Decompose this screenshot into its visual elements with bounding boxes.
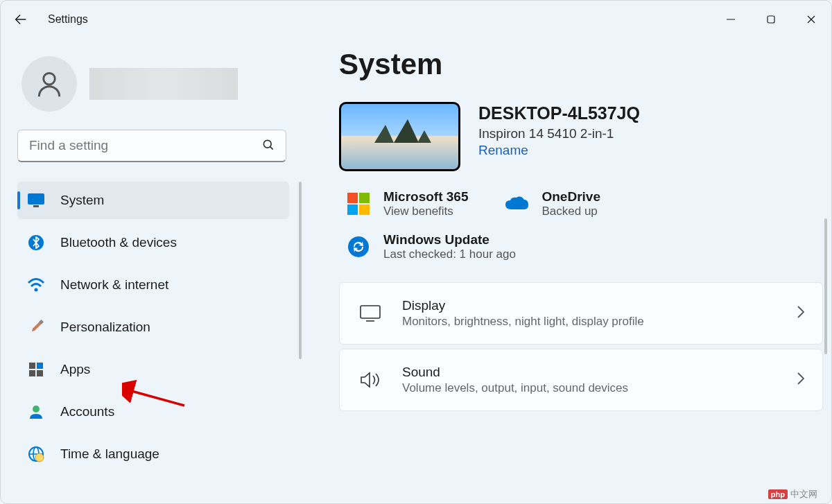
close-button[interactable] xyxy=(791,6,831,33)
setting-text: Sound Volume levels, output, input, soun… xyxy=(402,365,796,395)
card-subtitle: Last checked: 1 hour ago xyxy=(383,247,516,261)
accounts-icon xyxy=(27,403,45,421)
setting-item-sound[interactable]: Sound Volume levels, output, input, soun… xyxy=(339,349,823,411)
svg-point-21 xyxy=(35,453,44,462)
sidebar-item-label: Accounts xyxy=(60,404,114,419)
sidebar-scrollbar[interactable] xyxy=(299,182,302,359)
svg-point-6 xyxy=(263,140,271,148)
update-sync-icon xyxy=(346,234,371,259)
sidebar-item-network[interactable]: Network & internet xyxy=(17,266,289,304)
device-info-text: DESKTOP-4L537JQ Inspiron 14 5410 2-in-1 … xyxy=(478,102,640,158)
card-subtitle: Backed up xyxy=(541,205,600,218)
watermark-text: 中文网 xyxy=(790,488,817,501)
content-area: System Bluetooth & devices Network & int… xyxy=(1,38,831,503)
sidebar-item-system[interactable]: System xyxy=(17,182,289,219)
svg-rect-25 xyxy=(359,205,370,215)
sidebar-item-bluetooth[interactable]: Bluetooth & devices xyxy=(17,224,289,261)
sidebar-item-time-language[interactable]: Time & language xyxy=(17,435,289,473)
brush-icon xyxy=(27,318,45,336)
sidebar-item-label: Bluetooth & devices xyxy=(60,235,177,250)
device-name: DESKTOP-4L537JQ xyxy=(478,102,640,125)
windows-update-card[interactable]: Windows Update Last checked: 1 hour ago xyxy=(346,232,516,261)
user-name-placeholder xyxy=(89,68,238,100)
svg-rect-9 xyxy=(33,205,39,207)
watermark: php 中文网 xyxy=(768,488,817,501)
nav-list: System Bluetooth & devices Network & int… xyxy=(17,182,289,473)
svg-rect-2 xyxy=(768,16,774,23)
svg-rect-24 xyxy=(347,205,358,215)
sidebar-item-label: Network & internet xyxy=(60,277,168,293)
card-title: Microsoft 365 xyxy=(383,189,468,205)
microsoft-logo-icon xyxy=(346,191,371,216)
search-box xyxy=(17,130,286,162)
monitor-icon xyxy=(27,191,45,209)
microsoft-365-card[interactable]: Microsoft 365 View benefits xyxy=(346,189,468,218)
card-title: OneDrive xyxy=(541,189,600,205)
time-language-icon xyxy=(27,445,45,463)
svg-rect-22 xyxy=(347,193,358,203)
onedrive-cloud-icon xyxy=(504,191,529,216)
close-icon xyxy=(806,15,816,24)
card-subtitle: View benefits xyxy=(383,205,468,218)
sidebar-item-label: Personalization xyxy=(60,320,150,335)
setting-text: Display Monitors, brightness, night ligh… xyxy=(402,298,796,329)
sidebar-item-accounts[interactable]: Accounts xyxy=(17,393,289,431)
sidebar-item-label: Time & language xyxy=(60,446,159,462)
setting-subtitle: Volume levels, output, input, sound devi… xyxy=(402,381,796,395)
window-controls xyxy=(711,1,831,38)
apps-icon xyxy=(27,360,45,379)
user-profile[interactable] xyxy=(17,56,289,112)
onedrive-card[interactable]: OneDrive Backed up xyxy=(504,189,600,218)
setting-title: Display xyxy=(402,298,796,313)
status-cards-row: Microsoft 365 View benefits OneDrive Bac… xyxy=(339,189,823,218)
sidebar-item-label: Apps xyxy=(60,362,90,377)
sidebar: System Bluetooth & devices Network & int… xyxy=(1,38,306,503)
sidebar-item-label: System xyxy=(60,193,104,208)
main-panel: System DESKTOP-4L537JQ Inspiron 14 5410 … xyxy=(306,38,831,503)
person-icon xyxy=(34,69,64,99)
titlebar: Settings xyxy=(1,1,831,38)
page-scrollbar[interactable] xyxy=(824,218,827,354)
setting-title: Sound xyxy=(402,365,796,380)
minimize-button[interactable] xyxy=(711,6,751,33)
watermark-logo: php xyxy=(768,489,788,499)
setting-item-display[interactable]: Display Monitors, brightness, night ligh… xyxy=(339,282,823,345)
arrow-left-icon xyxy=(13,12,28,27)
device-model: Inspiron 14 5410 2-in-1 xyxy=(478,126,640,141)
sidebar-item-apps[interactable]: Apps xyxy=(17,351,289,388)
window-title: Settings xyxy=(48,13,88,26)
chevron-right-icon xyxy=(796,371,806,389)
device-info-row: DESKTOP-4L537JQ Inspiron 14 5410 2-in-1 … xyxy=(339,102,823,171)
svg-rect-13 xyxy=(29,363,35,369)
svg-point-11 xyxy=(35,288,38,292)
avatar xyxy=(21,56,77,112)
maximize-icon xyxy=(766,15,776,24)
sound-icon xyxy=(356,370,384,390)
chevron-right-icon xyxy=(796,304,806,322)
card-title: Windows Update xyxy=(383,232,516,247)
display-icon xyxy=(356,304,384,322)
device-wallpaper-preview[interactable] xyxy=(339,102,460,171)
page-title: System xyxy=(339,48,823,81)
bluetooth-icon xyxy=(27,234,45,252)
rename-link[interactable]: Rename xyxy=(478,143,528,158)
search-icon xyxy=(261,138,275,155)
svg-point-26 xyxy=(348,236,369,257)
svg-rect-15 xyxy=(29,370,35,376)
svg-line-7 xyxy=(270,146,273,149)
sidebar-item-personalization[interactable]: Personalization xyxy=(17,309,289,346)
svg-point-5 xyxy=(44,73,55,85)
svg-rect-16 xyxy=(37,370,43,376)
svg-rect-27 xyxy=(361,306,380,318)
maximize-button[interactable] xyxy=(751,6,791,33)
svg-point-17 xyxy=(33,406,40,412)
back-button[interactable] xyxy=(13,12,41,27)
svg-rect-23 xyxy=(359,193,370,203)
svg-rect-14 xyxy=(37,363,43,369)
search-input[interactable] xyxy=(17,130,286,162)
svg-rect-8 xyxy=(28,193,44,205)
wifi-icon xyxy=(27,276,45,294)
minimize-icon xyxy=(726,15,736,24)
setting-subtitle: Monitors, brightness, night light, displ… xyxy=(402,315,796,329)
status-cards-row-2: Windows Update Last checked: 1 hour ago xyxy=(339,232,823,261)
